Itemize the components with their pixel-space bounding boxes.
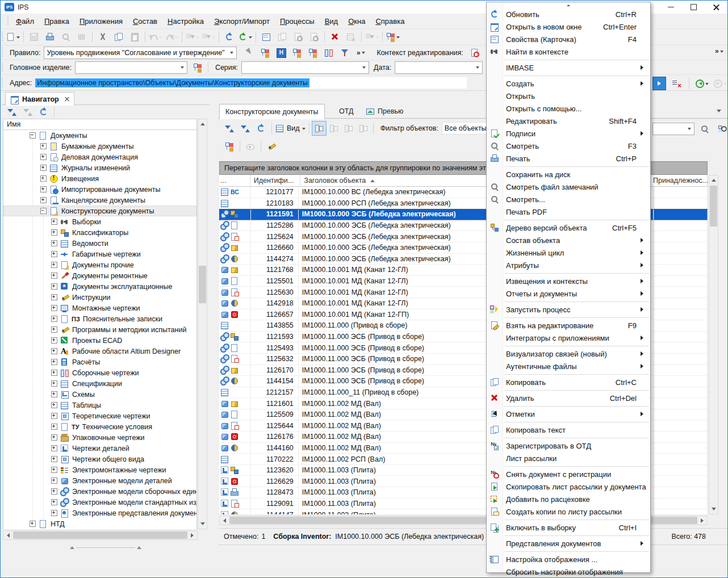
tree-item[interactable]: Проекты ECAD: [3, 335, 196, 346]
select-cursor-button[interactable]: [241, 46, 257, 60]
tab-navigator[interactable]: Навигатор: [5, 92, 74, 106]
menu-item-Открыть с помощью...[interactable]: Открыть с помощью...: [487, 102, 650, 115]
copy-object-button[interactable]: [274, 30, 290, 44]
sort-settings-button[interactable]: [364, 30, 380, 44]
nav-filter-settings-button[interactable]: [20, 105, 36, 119]
tree-item[interactable]: Чертежи деталей: [3, 443, 196, 454]
tree-expander-icon[interactable]: [51, 229, 57, 236]
preview-eye-button[interactable]: [242, 140, 258, 153]
tree-item[interactable]: Классификаторы: [3, 227, 196, 238]
menu-Файл[interactable]: Файл: [11, 15, 39, 28]
flip-view-button[interactable]: [321, 46, 337, 60]
back-button[interactable]: [694, 77, 710, 90]
tree-item[interactable]: Сборочные чертежи: [3, 367, 196, 378]
tree-expander-icon[interactable]: [40, 186, 47, 192]
menu-item-Подписи[interactable]: Подписи: [487, 127, 650, 140]
menu-item-Интеграторы с приложениями[interactable]: Интеграторы с приложениями: [487, 332, 650, 344]
tree-item[interactable]: Канцелярские документы: [3, 195, 196, 206]
tab-ОТД[interactable]: ОТД: [333, 104, 359, 118]
layout-quad-button[interactable]: [356, 121, 371, 136]
copy-button[interactable]: [111, 30, 127, 44]
navigator-close-icon[interactable]: [64, 97, 69, 102]
tree-window-button[interactable]: [385, 30, 401, 44]
move-down-level-button[interactable]: [200, 30, 216, 44]
tree-expander-icon[interactable]: [40, 154, 47, 160]
tree-item[interactable]: Документы ремонтные: [3, 270, 196, 281]
print-button[interactable]: [42, 30, 58, 44]
relations-button[interactable]: [221, 140, 237, 153]
tree-expander-icon[interactable]: [51, 413, 57, 419]
tree-expander-icon[interactable]: [40, 197, 47, 203]
view-button[interactable]: Вид: [274, 122, 307, 135]
expand-in-button[interactable]: [289, 46, 305, 60]
tree-expander-icon[interactable]: [51, 478, 57, 484]
tree-expander-icon[interactable]: [51, 273, 57, 279]
tree-item[interactable]: Документы: [3, 130, 196, 141]
column-header-belongs[interactable]: Принадлежнос...: [649, 175, 708, 186]
column-header-id[interactable]: Идентифи...: [250, 175, 301, 186]
menu-item-Снять документ с регистрации[interactable]: Снять документ с регистрации: [487, 468, 650, 480]
paste-button[interactable]: [127, 30, 143, 44]
menu-item-Аутентичные файлы[interactable]: Аутентичные файлы: [487, 360, 650, 372]
tree-item[interactable]: Электронные модели сборочных едини: [3, 486, 196, 497]
tree-expander-icon[interactable]: [40, 175, 47, 182]
delete-button[interactable]: [327, 30, 343, 44]
tree-expander-icon[interactable]: [51, 456, 57, 462]
tree-expander-icon[interactable]: [51, 294, 57, 300]
redo-button[interactable]: [164, 30, 179, 44]
tree-expander-icon[interactable]: [51, 445, 57, 451]
menu-Приложения[interactable]: Приложения: [74, 15, 128, 28]
properties-button[interactable]: [258, 30, 274, 44]
tree-expander-icon[interactable]: [51, 499, 57, 505]
grid-filter-button[interactable]: [221, 122, 237, 135]
tree-expander-icon[interactable]: [51, 488, 57, 495]
menu-item-Состав объекта[interactable]: Состав объекта: [487, 234, 650, 246]
menu-item-Отметки[interactable]: Отметки: [487, 408, 650, 420]
filter-button[interactable]: [337, 46, 353, 60]
menu-item-Создать копии по листу рассылки[interactable]: Создать копии по листу рассылки: [487, 505, 650, 518]
head-product-combobox[interactable]: [75, 61, 187, 74]
tree-item[interactable]: Упаковочные чертежи: [3, 432, 196, 443]
menu-Правка[interactable]: Правка: [39, 15, 74, 28]
menu-item-Визуализатор связей (новый)[interactable]: Визуализатор связей (новый): [487, 347, 650, 360]
undo-button[interactable]: [148, 30, 164, 44]
tree-item[interactable]: Электронные представления документ: [3, 508, 196, 518]
edit-pencil-button[interactable]: [263, 140, 279, 153]
menu-item-Смотреть[interactable]: Смотреть F3: [487, 140, 650, 152]
menu-item-Зарегистрировать в ОТД[interactable]: Зарегистрировать в ОТД: [487, 439, 650, 452]
cut-button[interactable]: [95, 30, 111, 44]
tree-expander-icon[interactable]: [51, 424, 57, 430]
menu-item-Смотреть файл замечаний[interactable]: Смотреть файл замечаний: [487, 181, 650, 193]
forward-button[interactable]: [712, 77, 728, 90]
tree-expander-icon[interactable]: [51, 283, 57, 290]
tree-expander-icon[interactable]: [51, 251, 57, 257]
tree-item[interactable]: Документы прочие: [3, 259, 196, 270]
tab-Превью[interactable]: Превью: [360, 104, 409, 118]
menu-item-Включить в выборку[interactable]: Включить в выборку Ctrl+I: [487, 521, 650, 534]
tree-expander-icon[interactable]: [51, 510, 57, 516]
tree-item[interactable]: Схемы: [3, 389, 196, 400]
tree-item[interactable]: Чертежи общего вида: [3, 454, 196, 464]
menu-item-Обновить[interactable]: Обновить Ctrl+R: [487, 8, 650, 20]
menu-item-Добавить по расцеховке[interactable]: Добавить по расцеховке: [487, 493, 650, 505]
menu-Экспорт/Импорт[interactable]: Экспорт/Импорт: [209, 15, 275, 28]
tree-expander-icon[interactable]: [30, 521, 36, 527]
menu-Состав[interactable]: Состав: [128, 15, 162, 28]
tab-Конструкторские документы[interactable]: Конструкторские документы: [219, 104, 325, 119]
find-in-list-button[interactable]: [715, 122, 728, 136]
tree-expander-icon[interactable]: [51, 240, 57, 246]
maximize-button[interactable]: [682, 1, 705, 14]
tree-item[interactable]: Ведомости: [3, 238, 196, 249]
layout-split-h-button[interactable]: [327, 121, 341, 136]
menu-item-Печать[interactable]: Печать Ctrl+P: [487, 152, 650, 165]
tree-item[interactable]: Выборки: [3, 216, 196, 227]
grid-refresh-button[interactable]: [253, 122, 269, 135]
tree-item[interactable]: Рабочие области Altium Designer: [3, 346, 196, 357]
column-header-icons[interactable]: ...: [219, 175, 250, 186]
series-combobox[interactable]: [241, 61, 369, 74]
menu-item-Удалить[interactable]: Удалить Ctrl+Del: [487, 392, 650, 404]
refresh-all-button[interactable]: [237, 30, 253, 44]
tree-expander-icon[interactable]: [51, 380, 57, 387]
menu-item-Дерево версий объекта[interactable]: Дерево версий объекта Ctrl+F5: [487, 221, 650, 234]
tree-item[interactable]: Теоретические чертежи: [3, 411, 196, 421]
